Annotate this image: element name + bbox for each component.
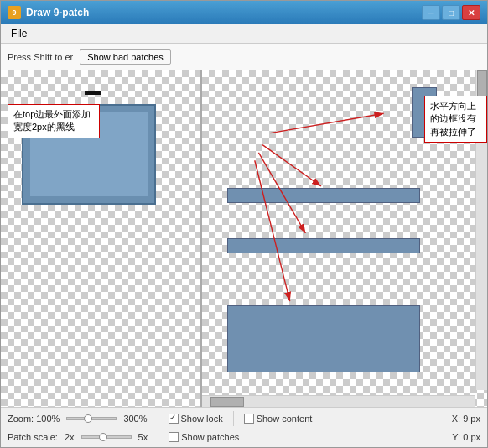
horizontal-scrollbar-thumb[interactable] xyxy=(210,397,244,407)
show-content-checkbox[interactable] xyxy=(244,414,254,424)
restore-button[interactable]: □ xyxy=(442,5,460,20)
left-panel: 在top边最外面添加宽度2px的黑线 xyxy=(1,70,202,407)
patch-scale-slider[interactable] xyxy=(81,435,132,439)
toolbar: Press Shift to er Show bad patches xyxy=(1,44,487,70)
patch-scale-thumb[interactable] xyxy=(99,433,107,441)
patch-scale-label: Patch scale: xyxy=(8,432,58,442)
x-coordinate: X: 9 px xyxy=(452,414,480,424)
stretch-element-horizontal-1 xyxy=(227,188,420,203)
main-area: 在top边最外面添加宽度2px的黑线 水平方向上的边框没有再被拉伸了 xyxy=(1,70,487,407)
zoom-label: Zoom: 100% xyxy=(8,414,60,424)
zoom-max-label: 300% xyxy=(123,414,147,424)
right-panel: 水平方向上的边框没有再被拉伸了 xyxy=(202,70,487,407)
window-controls: ─ □ ✕ xyxy=(422,5,480,20)
window-title: Draw 9-patch xyxy=(26,7,422,18)
show-patches-label: Show patches xyxy=(181,432,239,442)
status-row-2: Patch scale: 2x 5x Show patches Y: 0 px xyxy=(8,428,480,446)
stretch-element-horizontal-2 xyxy=(227,238,420,253)
divider-2 xyxy=(233,411,234,426)
stretch-element-large xyxy=(227,305,420,372)
y-coordinate: Y: 0 px xyxy=(452,432,480,442)
menu-bar: File xyxy=(1,24,487,44)
show-patches-checkbox[interactable] xyxy=(169,432,179,442)
hint-text: Press Shift to er xyxy=(8,52,73,62)
status-row-1: Zoom: 100% 300% Show lock Show content X… xyxy=(8,409,480,428)
show-lock-group: Show lock xyxy=(169,414,223,424)
show-content-label: Show content xyxy=(257,414,313,424)
right-tooltip: 水平方向上的边框没有再被拉伸了 xyxy=(424,96,487,143)
title-bar: 9 Draw 9-patch ─ □ ✕ xyxy=(1,1,487,24)
file-menu[interactable]: File xyxy=(6,26,32,41)
main-window: 9 Draw 9-patch ─ □ ✕ File Press Shift to… xyxy=(0,0,488,448)
close-button[interactable]: ✕ xyxy=(462,5,480,20)
app-icon: 9 xyxy=(8,6,21,19)
patch-scale-min: 2x xyxy=(65,432,75,442)
divider-3 xyxy=(158,430,158,445)
zoom-slider-thumb[interactable] xyxy=(84,414,92,423)
show-content-group: Show content xyxy=(244,414,313,424)
patch-scale-max: 5x xyxy=(138,432,148,442)
horizontal-scrollbar[interactable] xyxy=(202,395,475,407)
bad-patches-button[interactable]: Show bad patches xyxy=(80,49,171,65)
show-patches-group: Show patches xyxy=(169,432,239,442)
status-bar: Zoom: 100% 300% Show lock Show content X… xyxy=(1,407,487,447)
black-marker xyxy=(85,91,101,95)
show-lock-checkbox[interactable] xyxy=(169,414,179,424)
minimize-button[interactable]: ─ xyxy=(422,5,440,20)
divider-1 xyxy=(158,411,158,426)
left-tooltip: 在top边最外面添加宽度2px的黑线 xyxy=(8,104,100,138)
zoom-slider[interactable] xyxy=(66,417,117,420)
show-lock-label: Show lock xyxy=(181,414,223,424)
